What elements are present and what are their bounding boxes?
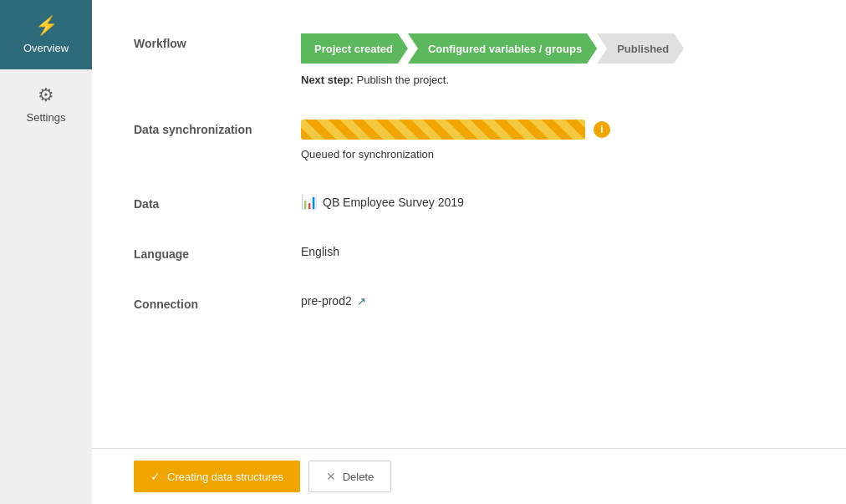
workflow-section: Workflow Project created Configured vari… — [134, 33, 804, 86]
workflow-steps: Project created Configured variables / g… — [301, 33, 804, 64]
sidebar-item-settings-label: Settings — [27, 111, 66, 124]
data-sync-section: Data synchronization i Queued for synchr… — [134, 120, 804, 160]
check-icon: ✓ — [150, 470, 161, 483]
next-step-description: Publish the project. — [356, 74, 449, 86]
progress-bar-fill — [301, 120, 585, 140]
language-content: English — [301, 244, 804, 259]
step-project-created-label: Project created — [314, 43, 393, 55]
sidebar-item-overview[interactable]: ⚡ Overview — [0, 0, 92, 69]
info-icon[interactable]: i — [594, 121, 610, 138]
language-value: English — [301, 245, 339, 258]
connection-content: pre-prod2 ↗ — [301, 294, 804, 308]
step-configured-variables[interactable]: Configured variables / groups — [408, 33, 597, 64]
data-sync-content: i Queued for synchronization — [301, 120, 804, 160]
data-label: Data — [134, 194, 301, 211]
delete-button-label: Delete — [343, 471, 375, 483]
sidebar: ⚡ Overview ⚙ Settings — [0, 0, 92, 504]
bottom-bar: ✓ Creating data structures ✕ Delete — [92, 448, 846, 504]
language-label: Language — [134, 244, 301, 261]
next-step-text: Next step: Publish the project. — [301, 74, 804, 86]
overview-icon: ⚡ — [35, 15, 58, 37]
queued-text: Queued for synchronization — [301, 148, 804, 160]
settings-icon: ⚙ — [38, 84, 54, 106]
data-section: Data 📊 QB Employee Survey 2019 — [134, 194, 804, 211]
data-row: 📊 QB Employee Survey 2019 — [301, 194, 804, 210]
language-section: Language English — [134, 244, 804, 261]
step-configured-variables-label: Configured variables / groups — [428, 43, 582, 55]
workflow-label: Workflow — [134, 33, 301, 50]
step-published[interactable]: Published — [597, 33, 684, 64]
data-content: 📊 QB Employee Survey 2019 — [301, 194, 804, 210]
x-icon: ✕ — [326, 470, 336, 483]
progress-row: i — [301, 120, 804, 140]
step-published-label: Published — [617, 43, 669, 55]
connection-value: pre-prod2 — [301, 294, 352, 308]
connection-row: pre-prod2 ↗ — [301, 294, 804, 308]
main-content: Workflow Project created Configured vari… — [92, 0, 846, 504]
workflow-content: Project created Configured variables / g… — [301, 33, 804, 86]
creating-data-structures-button[interactable]: ✓ Creating data structures — [134, 461, 300, 492]
progress-bar-container — [301, 120, 585, 140]
sidebar-item-overview-label: Overview — [23, 42, 69, 54]
connection-label: Connection — [134, 294, 301, 311]
connection-section: Connection pre-prod2 ↗ — [134, 294, 804, 311]
sidebar-item-settings[interactable]: ⚙ Settings — [0, 69, 92, 139]
next-step-prefix: Next step: — [301, 74, 354, 86]
step-project-created[interactable]: Project created — [301, 33, 408, 64]
creating-button-label: Creating data structures — [167, 471, 283, 483]
external-link-icon[interactable]: ↗ — [357, 295, 366, 308]
data-value: QB Employee Survey 2019 — [323, 196, 464, 209]
delete-button[interactable]: ✕ Delete — [308, 461, 392, 492]
chart-icon: 📊 — [301, 194, 318, 210]
data-sync-label: Data synchronization — [134, 120, 301, 136]
